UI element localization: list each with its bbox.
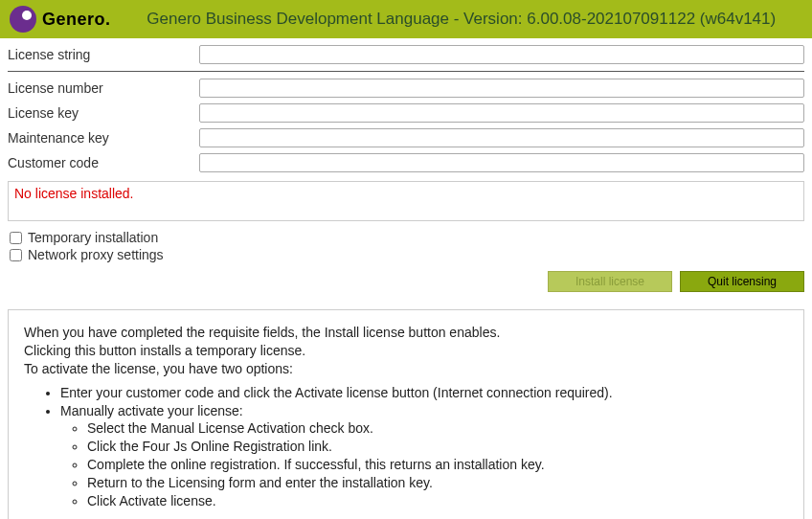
install-license-button: Install license	[548, 271, 672, 292]
status-message: No license installed.	[8, 181, 804, 221]
proxy-settings-label: Network proxy settings	[28, 247, 164, 262]
instructions-sub-3: Complete the online registration. If suc…	[87, 456, 788, 474]
maintenance-key-label: Maintenance key	[8, 130, 199, 146]
maintenance-key-input[interactable]	[199, 128, 804, 147]
instructions-sub-5: Click Activate license.	[87, 492, 788, 510]
action-buttons: Install license Quit licensing	[0, 265, 812, 302]
instructions-line-1: When you have completed the requisite fi…	[24, 324, 788, 342]
logo: Genero.	[10, 6, 111, 33]
license-number-label: License number	[8, 80, 199, 96]
instructions-line-3: To activate the license, you have two op…	[24, 360, 788, 378]
customer-code-label: Customer code	[8, 155, 199, 170]
proxy-settings-checkbox[interactable]	[10, 249, 22, 261]
temporary-install-label: Temporary installation	[28, 230, 158, 245]
header-bar: Genero. Genero Business Development Lang…	[0, 0, 812, 38]
instructions-line-2: Clicking this button installs a temporar…	[24, 342, 788, 360]
divider	[8, 71, 804, 72]
instructions-sub-1: Select the Manual License Activation che…	[87, 419, 788, 438]
license-number-input[interactable]	[199, 79, 804, 98]
proxy-settings-row[interactable]: Network proxy settings	[10, 246, 802, 263]
options-checkboxes: Temporary installation Network proxy set…	[0, 225, 812, 265]
temporary-install-row[interactable]: Temporary installation	[10, 229, 802, 246]
instructions-sub-4: Return to the Licensing form and enter t…	[87, 474, 788, 492]
instructions-sub-2: Click the Four Js Online Registration li…	[87, 438, 788, 456]
customer-code-input[interactable]	[199, 153, 804, 172]
license-form: License string License number License ke…	[0, 38, 812, 175]
page-title: Genero Business Development Language - V…	[121, 10, 802, 29]
license-string-label: License string	[8, 47, 199, 62]
instructions-option-2: Manually activate your license:	[60, 403, 243, 418]
temporary-install-checkbox[interactable]	[10, 232, 22, 244]
quit-licensing-button[interactable]: Quit licensing	[680, 271, 804, 292]
genero-logo-icon	[10, 6, 36, 33]
license-key-input[interactable]	[199, 103, 804, 123]
instructions-option-1: Enter your customer code and click the A…	[60, 384, 788, 402]
instructions-panel: When you have completed the requisite fi…	[8, 309, 804, 519]
license-string-input[interactable]	[199, 45, 804, 64]
brand-text: Genero.	[42, 10, 111, 30]
license-key-label: License key	[8, 105, 199, 121]
